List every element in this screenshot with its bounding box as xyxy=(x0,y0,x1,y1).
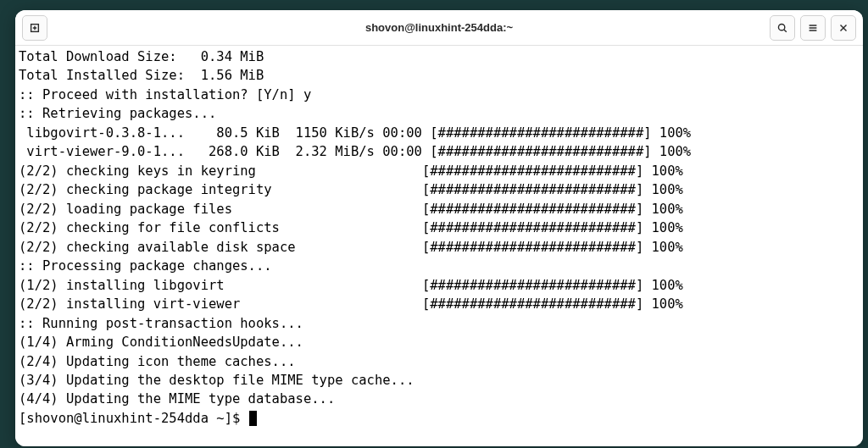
terminal-line: (2/2) installing virt-viewer [##########… xyxy=(19,295,860,313)
terminal-line: :: Processing package changes... xyxy=(19,257,860,275)
close-button[interactable] xyxy=(831,15,856,41)
terminal-line: Total Download Size: 0.34 MiB xyxy=(19,47,860,66)
terminal-line: (2/2) checking package integrity [######… xyxy=(19,180,860,199)
terminal-line: :: Retrieving packages... xyxy=(19,104,860,123)
window-title: shovon@linuxhint-254dda:~ xyxy=(365,21,513,34)
terminal-window: shovon@linuxhint-254dda:~ xyxy=(15,10,863,446)
prompt-line: [shovon@linuxhint-254dda ~]$ xyxy=(19,409,860,428)
search-icon xyxy=(776,22,788,34)
terminal-line: :: Proceed with installation? [Y/n] y xyxy=(19,86,860,104)
search-button[interactable] xyxy=(770,15,795,41)
new-tab-icon xyxy=(29,22,41,34)
terminal-line: (3/4) Updating the desktop file MIME typ… xyxy=(19,371,860,390)
terminal-line: (2/2) checking keys in keyring [########… xyxy=(19,162,860,180)
terminal-line: :: Running post-transaction hooks... xyxy=(19,314,860,333)
terminal-line: (4/4) Updating the MIME type database... xyxy=(19,390,860,408)
terminal-line: (1/2) installing libgovirt [############… xyxy=(19,276,860,295)
terminal-output[interactable]: Total Download Size: 0.34 MiBTotal Insta… xyxy=(15,46,863,446)
terminal-line: virt-viewer-9.0-1... 268.0 KiB 2.32 MiB/… xyxy=(19,142,860,161)
menu-button[interactable] xyxy=(800,15,826,41)
svg-point-3 xyxy=(778,24,784,30)
new-tab-button[interactable] xyxy=(22,15,47,41)
terminal-line: Total Installed Size: 1.56 MiB xyxy=(19,66,860,85)
titlebar: shovon@linuxhint-254dda:~ xyxy=(15,10,863,46)
prompt-text: [shovon@linuxhint-254dda ~]$ xyxy=(19,411,248,426)
terminal-line: (2/2) loading package files [###########… xyxy=(19,200,860,218)
terminal-line: (2/2) checking available disk space [###… xyxy=(19,238,860,257)
terminal-line: libgovirt-0.3.8-1... 80.5 KiB 1150 KiB/s… xyxy=(19,124,860,142)
cursor xyxy=(249,411,257,426)
hamburger-icon xyxy=(807,22,819,34)
close-icon xyxy=(837,22,849,34)
svg-line-4 xyxy=(784,29,787,31)
terminal-line: (2/2) checking for file conflicts [#####… xyxy=(19,218,860,237)
terminal-line: (2/4) Updating icon theme caches... xyxy=(19,352,860,371)
terminal-line: (1/4) Arming ConditionNeedsUpdate... xyxy=(19,333,860,351)
